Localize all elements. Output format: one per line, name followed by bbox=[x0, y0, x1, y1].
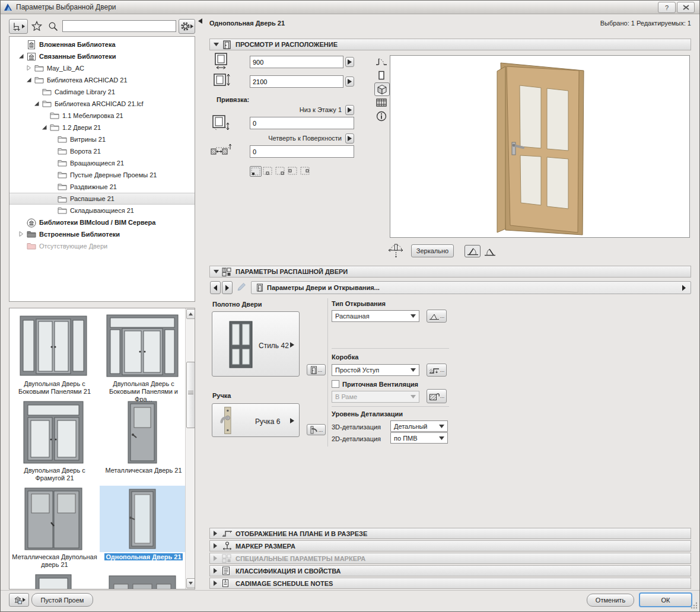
detail-3d-dropdown[interactable]: Детальный bbox=[390, 420, 448, 432]
3d-view-button[interactable] bbox=[374, 82, 390, 96]
section-отображение-на-плане-и-в-разрезе[interactable]: ОТОБРАЖЕНИЕ НА ПЛАНЕ И В РАЗРЕЗЕ bbox=[209, 528, 691, 539]
dropdown-arrow-icon bbox=[411, 395, 416, 399]
thumbnail-scrollbar[interactable] bbox=[185, 308, 195, 589]
anchor-mode-5-button[interactable] bbox=[300, 166, 310, 176]
section-специальные-параметры-маркера[interactable]: СПЕЦИАЛЬНЫЕ ПАРАМЕТРЫ МАРКЕРА bbox=[209, 553, 691, 564]
anchor-mode-2-button[interactable] bbox=[262, 166, 273, 176]
anchor-mode-3-button[interactable] bbox=[275, 166, 285, 176]
leaf-settings-button[interactable]: ... bbox=[307, 364, 326, 375]
section-cadimage-schedule-notes[interactable]: CADIMAGE SCHEDULE NOTES bbox=[209, 578, 691, 589]
tree-item-витрины-21[interactable]: Витрины 21 bbox=[9, 133, 195, 145]
search-button[interactable] bbox=[48, 21, 59, 32]
help-button[interactable]: ? bbox=[658, 2, 676, 13]
tree-item-вложенная-библиотека[interactable]: Вложенная Библиотека bbox=[9, 39, 195, 50]
tree-item-ворота-21[interactable]: Ворота 21 bbox=[9, 145, 195, 157]
section-swing-door-params[interactable]: ПАРАМЕТРЫ РАСПАШНОЙ ДВЕРИ bbox=[209, 266, 691, 278]
door-thumbnail[interactable] bbox=[11, 572, 96, 589]
vent-settings-button[interactable]: ... bbox=[427, 389, 447, 403]
door-3d-preview[interactable] bbox=[390, 55, 690, 238]
width-input[interactable] bbox=[250, 56, 343, 68]
expander-open-icon[interactable] bbox=[26, 76, 33, 84]
opening-type-settings-button[interactable]: ... bbox=[427, 310, 447, 323]
frame-settings-button[interactable]: ... bbox=[427, 364, 447, 377]
tree-item-складывающиеся-21[interactable]: Складывающиеся 21 bbox=[9, 205, 195, 216]
resize-grip[interactable] bbox=[691, 602, 698, 610]
tree-item-связанные-библиотеки[interactable]: Связанные Библиотеки bbox=[9, 50, 195, 62]
tree-item-cadimage-library-21[interactable]: Cadimage Library 21 bbox=[9, 86, 195, 98]
plan-view-button[interactable] bbox=[374, 55, 389, 68]
settings-button[interactable] bbox=[179, 19, 195, 34]
door-thumbnail-однопольная-дверь-21[interactable] bbox=[100, 486, 185, 552]
tree-item-1-1-мебелировка-21[interactable]: 1.1 Мебелировка 21 bbox=[9, 110, 195, 122]
section-классификация-и-свойства[interactable]: КЛАССИФИКАЦИЯ И СВОЙСТВА bbox=[209, 565, 691, 576]
close-button[interactable] bbox=[677, 2, 695, 13]
empty-opening-button[interactable]: Пустой Проем bbox=[31, 593, 93, 607]
opening-type-dropdown[interactable]: Распашная bbox=[332, 310, 419, 322]
base-anchor-flyout-button[interactable] bbox=[345, 105, 354, 115]
width-flyout-button[interactable] bbox=[345, 57, 354, 67]
mirror-button[interactable]: Зеркально bbox=[411, 244, 454, 257]
titlebar[interactable]: Параметры Выбранной Двери bbox=[1, 1, 699, 14]
door-thumbnail-двупольная-дверь-с-фрамугой-21[interactable] bbox=[11, 399, 96, 466]
tree-item-распашные-21[interactable]: Распашные 21 bbox=[9, 193, 195, 205]
tree-item-may-lib-ac[interactable]: May_Lib_AC bbox=[9, 62, 195, 74]
swing-left-toggle[interactable] bbox=[464, 245, 481, 257]
anchor-mode-1-button[interactable] bbox=[250, 166, 262, 177]
ok-button[interactable]: ОК bbox=[639, 592, 692, 607]
tree-item-библиотека-archicad-21-lcf[interactable]: Библиотека ARCHICAD 21.lcf bbox=[9, 98, 195, 110]
door-thumbnail-двупольная-дверь-с-боковыми-панелями-21[interactable] bbox=[11, 313, 96, 379]
tree-item-пустые-дверные-проемы-21[interactable]: Пустые Дверные Проемы 21 bbox=[9, 169, 195, 181]
anchor-mode-4-button[interactable] bbox=[287, 166, 298, 176]
tree-item-встроенные-библиотеки[interactable]: Встроенные Библиотеки bbox=[9, 228, 195, 240]
elevation-view-button[interactable] bbox=[374, 69, 389, 81]
preview-strip-button[interactable] bbox=[374, 96, 389, 109]
swing-right-toggle[interactable] bbox=[482, 246, 498, 257]
handle-style-button[interactable]: Ручка 6 bbox=[212, 403, 300, 437]
favorites-button[interactable] bbox=[31, 21, 43, 33]
door-thumbnail-list[interactable]: Двупольная Дверь с Боковыми Панелями 21Д… bbox=[9, 308, 195, 589]
scroll-down-button[interactable] bbox=[186, 578, 195, 588]
reveal-flyout-button[interactable] bbox=[345, 133, 354, 144]
library-manager-button[interactable] bbox=[9, 593, 29, 607]
door-thumbnail-двупольная-дверь-с-боковыми-панелями-и-фра-[interactable] bbox=[100, 313, 185, 379]
tree-item-1-2-двери-21[interactable]: 1.2 Двери 21 bbox=[9, 122, 195, 133]
search-input[interactable] bbox=[62, 20, 176, 32]
library-tree[interactable]: Вложенная БиблиотекаСвязанные Библиотеки… bbox=[9, 36, 195, 302]
cancel-button[interactable]: Отменить bbox=[587, 594, 634, 607]
door-thumbnail-металлическая-дверь-21[interactable] bbox=[100, 399, 185, 466]
edit-params-button[interactable] bbox=[237, 282, 247, 293]
expander-closed-icon[interactable] bbox=[18, 231, 25, 238]
expander-open-icon[interactable] bbox=[33, 100, 40, 107]
info-button[interactable] bbox=[374, 110, 389, 122]
expander-closed-icon[interactable] bbox=[26, 65, 33, 72]
height-flyout-button[interactable] bbox=[345, 76, 354, 87]
nav-forward-button[interactable] bbox=[222, 281, 233, 294]
tree-item-библиотеки-bimcloud-bim-сервера[interactable]: Библиотеки BIMcloud / BIM Сервера bbox=[9, 216, 195, 228]
scroll-up-button[interactable] bbox=[186, 309, 195, 319]
section-preview-placement[interactable]: ПРОСМОТР И РАСПОЛОЖЕНИЕ bbox=[209, 39, 691, 50]
detail-2d-dropdown[interactable]: по ПМВ bbox=[390, 432, 448, 444]
params-page-selector[interactable]: Параметры Двери и Открывания... bbox=[251, 281, 691, 294]
leaf-style-button[interactable]: Стиль 42 bbox=[212, 311, 300, 377]
handle-settings-button[interactable]: ... bbox=[307, 424, 326, 435]
sill-input[interactable] bbox=[250, 117, 354, 129]
object-type-button[interactable] bbox=[9, 19, 28, 34]
door-thumbnail[interactable] bbox=[100, 572, 185, 589]
tree-item-отсутствующие-двери[interactable]: Отсутствующие Двери bbox=[9, 240, 195, 252]
tree-item-раздвижные-21[interactable]: Раздвижные 21 bbox=[9, 181, 195, 193]
vent-position-dropdown[interactable]: В Раме bbox=[332, 391, 419, 403]
vent-checkbox[interactable] bbox=[332, 380, 339, 388]
collapse-triangle-icon bbox=[214, 270, 219, 273]
expander-open-icon[interactable] bbox=[18, 53, 25, 60]
tree-item-вращающиеся-21[interactable]: Вращающиеся 21 bbox=[9, 157, 195, 169]
expander-open-icon[interactable] bbox=[41, 124, 48, 131]
scrollbar-thumb[interactable] bbox=[186, 362, 195, 428]
nav-back-button[interactable] bbox=[210, 281, 221, 294]
height-input[interactable] bbox=[250, 75, 343, 88]
section-маркер-размера[interactable]: МАРКЕР РАЗМЕРА bbox=[209, 540, 691, 552]
tree-item-библиотека-archicad-21[interactable]: Библиотека ARCHICAD 21 bbox=[9, 74, 195, 86]
frame-type-dropdown[interactable]: Простой Уступ bbox=[332, 364, 419, 376]
door-thumbnail-металлическая-двупольная-дверь-21[interactable] bbox=[11, 486, 96, 552]
panel-collapse-arrow[interactable] bbox=[198, 18, 202, 25]
reveal-input[interactable] bbox=[250, 145, 354, 158]
